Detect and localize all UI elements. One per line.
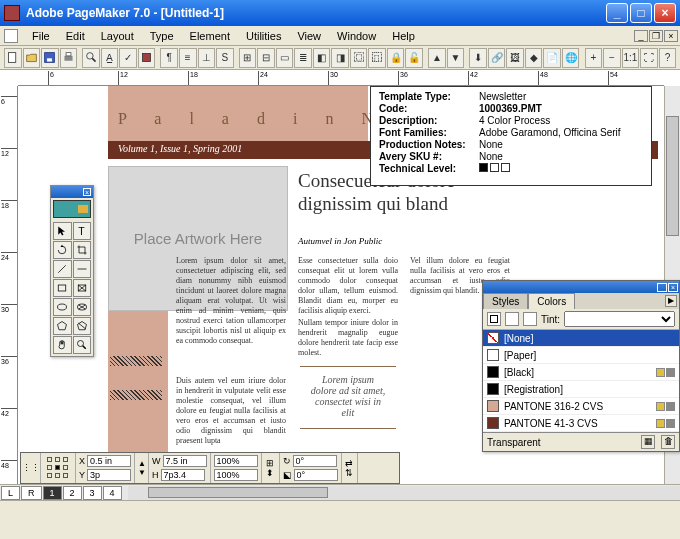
page-tab-4[interactable]: 4	[103, 486, 122, 500]
tint-select[interactable]	[564, 311, 675, 327]
unlock-button[interactable]: 🔓	[405, 48, 423, 68]
colors-tab[interactable]: Colors	[528, 293, 575, 309]
insert-pages-button[interactable]: ⊞	[239, 48, 257, 68]
hand-tool[interactable]	[53, 336, 72, 354]
zoom-out-button[interactable]: −	[603, 48, 621, 68]
h-scrollbar-thumb[interactable]	[148, 487, 328, 498]
toolbox-close-icon[interactable]: ×	[83, 188, 91, 196]
both-swatch[interactable]	[523, 312, 537, 326]
page-tab-R[interactable]: R	[21, 486, 42, 500]
help-button[interactable]: ?	[659, 48, 677, 68]
toolbox-header[interactable]: ×	[51, 186, 93, 198]
crop-tool[interactable]	[73, 241, 92, 259]
page-tab-2[interactable]: 2	[63, 486, 82, 500]
rotate-input[interactable]	[293, 455, 337, 467]
horizontal-scrollbar[interactable]	[128, 486, 680, 500]
mdi-close[interactable]: ×	[664, 30, 678, 42]
spell-button[interactable]: ✓	[119, 48, 137, 68]
menu-window[interactable]: Window	[329, 28, 384, 44]
rectangle-frame-tool[interactable]	[73, 279, 92, 297]
menu-element[interactable]: Element	[182, 28, 238, 44]
pdf-button[interactable]: 📄	[543, 48, 561, 68]
color-paper[interactable]: [Paper]	[483, 347, 679, 364]
skew-input[interactable]	[294, 469, 338, 481]
group-button[interactable]: ⿴	[350, 48, 368, 68]
zoom-in-button[interactable]: +	[585, 48, 603, 68]
polygon-frame-tool[interactable]	[73, 317, 92, 335]
palette-menu-icon[interactable]: ▶	[665, 295, 677, 307]
scale-x-input[interactable]	[214, 455, 258, 467]
bring-front-button[interactable]: ▲	[428, 48, 446, 68]
color-registration[interactable]: [Registration]	[483, 381, 679, 398]
colors-header[interactable]: _ ×	[483, 281, 679, 293]
rectangle-tool[interactable]	[53, 279, 72, 297]
indent-button[interactable]: ≡	[179, 48, 197, 68]
pointer-tool[interactable]	[53, 222, 72, 240]
x-input[interactable]	[87, 455, 131, 467]
menu-help[interactable]: Help	[384, 28, 423, 44]
picture-palette-button[interactable]: 🖼	[506, 48, 524, 68]
styles-button[interactable]: S	[216, 48, 234, 68]
print-button[interactable]	[60, 48, 78, 68]
minimize-button[interactable]: _	[606, 3, 628, 23]
unmask-button[interactable]: ◨	[331, 48, 349, 68]
constrained-line-tool[interactable]	[73, 260, 92, 278]
char-spec-button[interactable]: A̲	[101, 48, 119, 68]
flip-icon[interactable]: ⬍	[265, 468, 276, 478]
mask-button[interactable]: ◧	[313, 48, 331, 68]
para-button[interactable]: ¶	[160, 48, 178, 68]
page-tab-L[interactable]: L	[1, 486, 20, 500]
photoshop-button[interactable]: ◆	[525, 48, 543, 68]
text-tool[interactable]: T	[73, 222, 92, 240]
palette-close-icon[interactable]: ×	[668, 283, 678, 292]
colors-palette[interactable]: _ × Styles Colors ▶ Tint: [None][Paper][…	[482, 280, 680, 452]
nudge-up-icon[interactable]: ▲	[138, 459, 145, 468]
new-color-button[interactable]: ▦	[641, 435, 655, 449]
polygon-tool[interactable]	[53, 317, 72, 335]
menu-file[interactable]: File	[24, 28, 58, 44]
zoom-tool[interactable]	[73, 336, 92, 354]
vertical-ruler[interactable]: 612182430364248	[0, 86, 18, 500]
palette-minimize-icon[interactable]: _	[657, 283, 667, 292]
update-links-button[interactable]: 🔗	[488, 48, 506, 68]
html-button[interactable]: 🌐	[562, 48, 580, 68]
close-button[interactable]: ×	[654, 3, 676, 23]
lock-button[interactable]: 🔒	[387, 48, 405, 68]
fit-window-button[interactable]: ⛶	[640, 48, 658, 68]
maximize-button[interactable]: □	[630, 3, 652, 23]
line-tool[interactable]	[53, 260, 72, 278]
menu-view[interactable]: View	[289, 28, 329, 44]
color-pantone41-3cvs[interactable]: PANTONE 41-3 CVS	[483, 415, 679, 432]
frame-button[interactable]: ▭	[276, 48, 294, 68]
palette-grip-icon[interactable]: ⋮⋮	[22, 463, 40, 473]
proportional-icon[interactable]: ⊞	[265, 458, 276, 468]
menu-utilities[interactable]: Utilities	[238, 28, 289, 44]
color-black[interactable]: [Black]	[483, 364, 679, 381]
ellipse-frame-tool[interactable]	[73, 298, 92, 316]
find-button[interactable]	[82, 48, 100, 68]
document-icon[interactable]	[4, 29, 18, 43]
menu-type[interactable]: Type	[142, 28, 182, 44]
stroke-swatch[interactable]	[487, 312, 501, 326]
remove-pages-button[interactable]: ⊟	[257, 48, 275, 68]
ellipse-tool[interactable]	[53, 298, 72, 316]
nudge-down-icon[interactable]: ▼	[138, 468, 145, 477]
fill-stroke-button[interactable]	[138, 48, 156, 68]
scrollbar-thumb[interactable]	[666, 116, 679, 236]
template-info-box[interactable]: Template Type:NewsletterCode:1000369.PMT…	[370, 86, 652, 186]
trash-button[interactable]: 🗑	[661, 435, 675, 449]
mdi-minimize[interactable]: _	[634, 30, 648, 42]
page-tab-1[interactable]: 1	[43, 486, 62, 500]
y-input[interactable]	[87, 469, 131, 481]
page-tab-3[interactable]: 3	[83, 486, 102, 500]
color-none[interactable]: [None]	[483, 330, 679, 347]
toolbox-palette[interactable]: × T	[50, 185, 94, 357]
scale-y-input[interactable]	[214, 469, 258, 481]
actual-size-button[interactable]: 1:1	[622, 48, 640, 68]
horizontal-ruler[interactable]: 61218243036424854	[18, 70, 664, 86]
new-button[interactable]	[4, 48, 22, 68]
h-input[interactable]	[161, 469, 205, 481]
color-pantone316-2cvs[interactable]: PANTONE 316-2 CVS	[483, 398, 679, 415]
open-button[interactable]	[23, 48, 41, 68]
send-back-button[interactable]: ▼	[447, 48, 465, 68]
